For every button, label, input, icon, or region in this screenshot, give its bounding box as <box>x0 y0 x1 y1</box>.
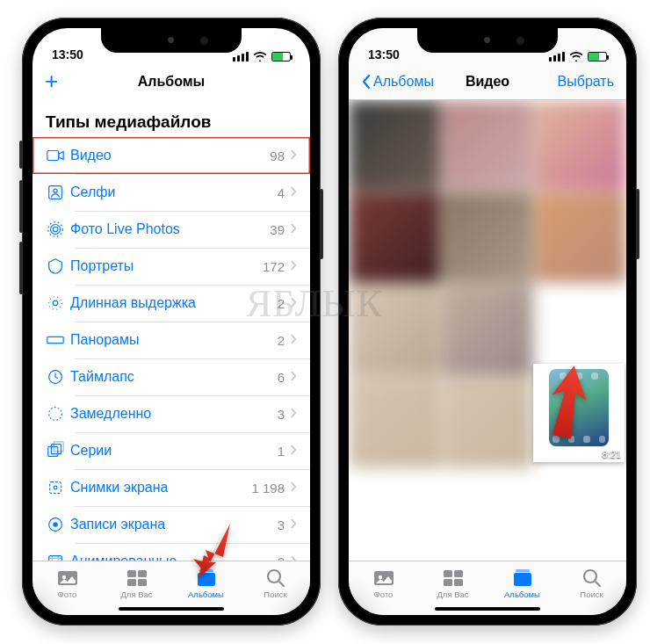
tab-label: Для Вас <box>120 590 152 599</box>
nav-bar: + Альбомы <box>32 63 310 100</box>
svg-point-7 <box>49 297 62 310</box>
svg-rect-8 <box>47 336 63 343</box>
notch <box>417 28 558 53</box>
svg-rect-33 <box>454 579 463 586</box>
video-grid-content[interactable]: 8:21 <box>349 100 626 561</box>
row-count: 4 <box>278 185 285 200</box>
animated-icon <box>46 552 70 561</box>
tab-foryou[interactable]: Для Вас <box>418 567 488 599</box>
svg-point-10 <box>49 408 62 421</box>
status-time: 13:50 <box>368 47 400 62</box>
tab-label: Для Вас <box>437 590 468 599</box>
search-tab-icon <box>264 567 287 588</box>
svg-rect-12 <box>51 445 61 454</box>
video-icon <box>46 146 70 165</box>
screen-right: 13:50 Альбомы Видео Выбрать <box>349 28 626 615</box>
svg-point-17 <box>53 522 58 527</box>
nav-title: Видео <box>466 74 509 90</box>
row-label: Видео <box>70 148 270 163</box>
svg-point-36 <box>584 570 596 582</box>
row-count: 2 <box>278 296 285 311</box>
chevron-right-icon <box>290 480 297 496</box>
row-label: Таймлапс <box>70 369 278 385</box>
row-count: 2 <box>278 333 285 348</box>
longexp-icon <box>46 293 70 313</box>
nav-bar: Альбомы Видео Выбрать <box>349 63 626 100</box>
svg-rect-30 <box>444 570 452 577</box>
add-button[interactable]: + <box>45 68 58 95</box>
albums-tab-icon <box>511 567 534 588</box>
svg-rect-32 <box>444 579 452 586</box>
media-type-row-timelapse[interactable]: Таймлапс 6 <box>32 358 310 395</box>
burst-icon <box>46 441 70 460</box>
tab-foryou[interactable]: Для Вас <box>102 567 171 599</box>
albums-content[interactable]: Типы медиафайлов Видео 98 Селфи 4 Фото L… <box>32 100 310 561</box>
row-label: Фото Live Photos <box>70 221 270 237</box>
row-count: 172 <box>263 259 285 274</box>
photos-tab-icon <box>56 567 79 588</box>
row-count: 1 198 <box>251 481 285 496</box>
media-type-row-live[interactable]: Фото Live Photos 39 <box>32 211 310 248</box>
phone-frame-left: 13:50 + Альбомы Типы медиафайлов Видео 9… <box>22 18 321 626</box>
media-type-row-screenrec[interactable]: Записи экрана 3 <box>32 506 310 543</box>
row-count: 3 <box>278 517 285 532</box>
battery-icon <box>588 52 607 62</box>
timelapse-icon <box>46 367 70 387</box>
notch <box>101 28 242 53</box>
foryou-tab-icon <box>126 567 148 588</box>
tab-bar: ФотоДля ВасАльбомыПоиск <box>349 561 626 615</box>
svg-point-29 <box>378 575 381 579</box>
tab-label: Альбомы <box>188 590 224 599</box>
svg-point-15 <box>54 486 57 489</box>
chevron-right-icon <box>290 443 297 459</box>
home-indicator[interactable] <box>435 607 540 611</box>
tab-label: Фото <box>374 590 394 599</box>
screen-left: 13:50 + Альбомы Типы медиафайлов Видео 9… <box>32 28 310 615</box>
tab-search[interactable]: Поиск <box>241 567 310 599</box>
svg-rect-23 <box>127 579 136 586</box>
tab-photos[interactable]: Фото <box>349 567 418 599</box>
tab-photos[interactable]: Фото <box>32 567 102 599</box>
tab-search[interactable]: Поиск <box>557 567 626 599</box>
slomo-icon <box>46 404 70 423</box>
video-grid-blurred <box>349 100 626 561</box>
chevron-right-icon <box>290 148 297 163</box>
signal-icon <box>233 52 249 62</box>
chevron-right-icon <box>290 221 297 237</box>
svg-rect-22 <box>138 570 147 577</box>
chevron-left-icon <box>361 74 372 90</box>
svg-rect-34 <box>516 569 530 572</box>
media-type-row-portrait[interactable]: Портреты 172 <box>32 248 310 285</box>
chevron-right-icon <box>290 406 297 422</box>
media-type-row-animated[interactable]: Анимированные 2 <box>32 543 310 561</box>
row-count: 2 <box>278 554 285 561</box>
nav-title: Альбомы <box>138 74 206 90</box>
tab-label: Фото <box>58 590 77 599</box>
svg-point-4 <box>51 225 61 235</box>
wifi-icon <box>569 51 583 62</box>
chevron-right-icon <box>290 517 297 532</box>
svg-point-20 <box>61 575 65 579</box>
media-type-row-selfie[interactable]: Селфи 4 <box>32 174 310 211</box>
row-label: Длинная выдержка <box>70 295 278 311</box>
home-indicator[interactable] <box>119 607 224 611</box>
row-label: Снимки экрана <box>70 480 251 496</box>
media-type-row-video[interactable]: Видео 98 <box>32 137 310 174</box>
live-icon <box>46 220 70 239</box>
screenshot-icon <box>46 478 70 497</box>
media-type-row-slomo[interactable]: Замедленно 3 <box>32 395 310 432</box>
back-button[interactable]: Альбомы <box>361 74 434 90</box>
status-time: 13:50 <box>52 47 83 62</box>
tab-albums[interactable]: Альбомы <box>488 567 557 599</box>
chevron-right-icon <box>290 332 297 348</box>
media-type-row-longexp[interactable]: Длинная выдержка 2 <box>32 285 310 322</box>
media-type-row-screenshot[interactable]: Снимки экрана 1 198 <box>32 469 310 506</box>
media-type-row-burst[interactable]: Серии 1 <box>32 432 310 469</box>
svg-point-27 <box>268 570 280 582</box>
svg-point-3 <box>53 227 58 232</box>
svg-rect-21 <box>127 570 136 577</box>
media-type-row-pano[interactable]: Панорамы 2 <box>32 322 310 358</box>
select-button[interactable]: Выбрать <box>558 74 614 90</box>
section-header-mediatypes: Типы медиафайлов <box>32 100 310 137</box>
chevron-right-icon <box>290 554 297 561</box>
